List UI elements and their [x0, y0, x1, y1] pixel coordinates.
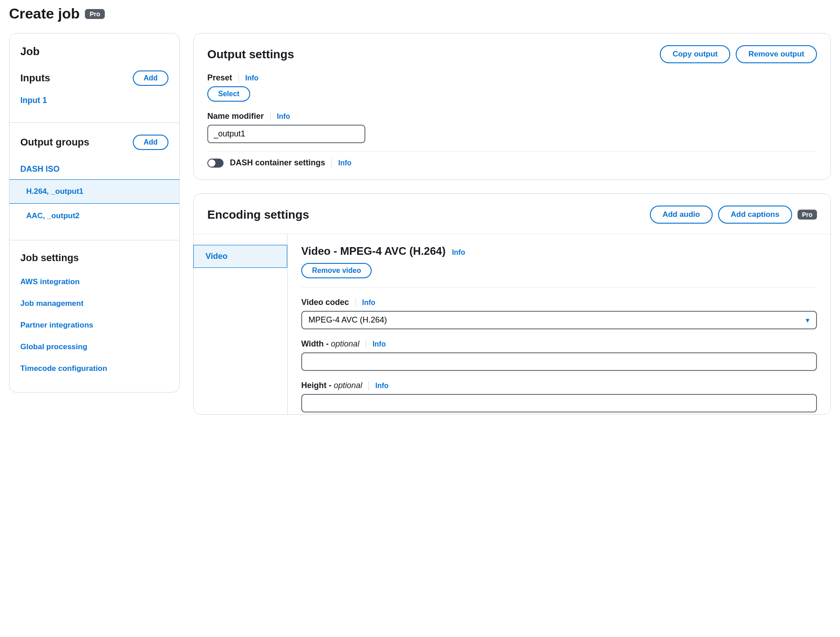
- height-label-row: Height - optional Info: [301, 381, 817, 390]
- output-settings-panel: Output settings Copy output Remove outpu…: [193, 33, 831, 180]
- add-captions-button[interactable]: Add captions: [718, 206, 792, 224]
- preset-info-link[interactable]: Info: [245, 74, 258, 82]
- preset-label: Preset: [207, 73, 232, 83]
- video-title-row: Video - MPEG-4 AVC (H.264) Info: [301, 245, 817, 258]
- width-label: Width - optional: [301, 339, 359, 349]
- name-modifier-label-row: Name modifier Info: [207, 112, 817, 121]
- sidebar-section-job: Job Inputs Add Input 1: [9, 33, 179, 123]
- output-settings-title: Output settings: [207, 47, 294, 61]
- preset-field: Preset Info Select: [207, 73, 817, 102]
- height-label-text: Height -: [301, 381, 334, 390]
- inputs-heading: Inputs: [20, 72, 50, 84]
- dash-container-label: DASH container settings: [230, 158, 325, 168]
- add-output-group-button[interactable]: Add: [133, 135, 168, 150]
- sidebar-item-global-processing[interactable]: Global processing: [20, 337, 168, 359]
- toggle-knob: [208, 159, 215, 167]
- tab-video[interactable]: Video: [193, 245, 287, 268]
- sidebar-section-job-settings: Job settings AWS integration Job managem…: [9, 240, 179, 392]
- preset-select-button[interactable]: Select: [207, 86, 250, 102]
- video-title: Video - MPEG-4 AVC (H.264): [301, 245, 446, 258]
- height-optional: optional: [334, 381, 362, 390]
- copy-output-button[interactable]: Copy output: [660, 45, 730, 63]
- encoding-settings-header: Encoding settings Add audio Add captions…: [207, 206, 817, 224]
- layout: Job Inputs Add Input 1 Output groups Add…: [9, 33, 831, 415]
- height-info-link[interactable]: Info: [375, 382, 388, 390]
- sidebar-item-job-management[interactable]: Job management: [20, 294, 168, 315]
- dash-container-toggle[interactable]: [207, 159, 224, 168]
- divider: [238, 74, 239, 83]
- encoding-tabs: Video: [194, 234, 288, 415]
- encoding-settings-panel: Encoding settings Add audio Add captions…: [193, 193, 831, 415]
- sidebar: Job Inputs Add Input 1 Output groups Add…: [9, 33, 180, 393]
- sidebar-item-timecode-configuration[interactable]: Timecode configuration: [20, 359, 168, 380]
- width-optional: optional: [331, 339, 359, 348]
- dash-container-info-link[interactable]: Info: [338, 159, 351, 167]
- width-input[interactable]: [301, 352, 817, 371]
- output-settings-header: Output settings Copy output Remove outpu…: [207, 45, 817, 63]
- video-codec-info-link[interactable]: Info: [362, 299, 375, 307]
- sidebar-item-aws-integration[interactable]: AWS integration: [20, 272, 168, 294]
- remove-output-button[interactable]: Remove output: [736, 45, 817, 63]
- name-modifier-info-link[interactable]: Info: [277, 112, 290, 121]
- name-modifier-label: Name modifier: [207, 112, 264, 121]
- encoding-settings-title: Encoding settings: [207, 208, 309, 222]
- sidebar-item-partner-integrations[interactable]: Partner integrations: [20, 315, 168, 337]
- add-audio-button[interactable]: Add audio: [650, 206, 713, 224]
- inputs-heading-row: Inputs Add: [20, 70, 168, 86]
- output-item-aac[interactable]: AAC, _output2: [9, 204, 179, 228]
- output-groups-heading-row: Output groups Add: [20, 135, 168, 150]
- video-info-link[interactable]: Info: [452, 248, 465, 257]
- divider: [369, 381, 369, 390]
- pro-badge: Pro: [85, 9, 104, 19]
- remove-video-button[interactable]: Remove video: [301, 263, 372, 278]
- video-codec-label-row: Video codec Info: [301, 298, 817, 307]
- page-header: Create job Pro: [9, 0, 831, 33]
- name-modifier-input[interactable]: [207, 125, 365, 143]
- divider: [301, 287, 817, 288]
- output-item-h264[interactable]: H.264, _output1: [9, 179, 180, 204]
- video-codec-select-wrap: MPEG-4 AVC (H.264) ▼: [301, 311, 817, 329]
- encoding-content: Video - MPEG-4 AVC (H.264) Info Remove v…: [288, 234, 831, 415]
- video-codec-label: Video codec: [301, 298, 349, 307]
- video-codec-field: Video codec Info MPEG-4 AVC (H.264) ▼: [301, 298, 817, 329]
- encoding-body: Video Video - MPEG-4 AVC (H.264) Info Re…: [194, 234, 831, 415]
- output-settings-actions: Copy output Remove output: [660, 45, 817, 63]
- height-label: Height - optional: [301, 381, 362, 390]
- video-codec-select[interactable]: MPEG-4 AVC (H.264): [301, 311, 817, 329]
- width-info-link[interactable]: Info: [373, 340, 386, 348]
- name-modifier-field: Name modifier Info: [207, 112, 817, 143]
- job-heading: Job: [20, 45, 168, 58]
- width-label-row: Width - optional Info: [301, 339, 817, 349]
- page-title: Create job: [9, 5, 79, 22]
- output-group-dash-iso[interactable]: DASH ISO: [20, 158, 168, 179]
- sidebar-input-item[interactable]: Input 1: [20, 90, 168, 111]
- height-input[interactable]: [301, 394, 817, 412]
- divider: [270, 112, 271, 121]
- job-settings-heading: Job settings: [20, 252, 168, 264]
- dash-container-toggle-row: DASH container settings Info: [207, 158, 817, 168]
- width-label-text: Width -: [301, 339, 331, 348]
- divider: [366, 340, 366, 349]
- encoding-settings-actions: Add audio Add captions Pro: [650, 206, 817, 224]
- width-field: Width - optional Info: [301, 339, 817, 371]
- preset-label-row: Preset Info: [207, 73, 817, 83]
- divider: [355, 298, 356, 307]
- height-field: Height - optional Info: [301, 381, 817, 412]
- output-groups-heading: Output groups: [20, 136, 89, 148]
- main-column: Output settings Copy output Remove outpu…: [193, 33, 831, 415]
- divider: [331, 159, 332, 168]
- encoding-pro-badge: Pro: [798, 210, 817, 220]
- add-input-button[interactable]: Add: [133, 70, 168, 86]
- sidebar-section-output-groups: Output groups Add DASH ISO H.264, _outpu…: [9, 123, 179, 240]
- divider: [207, 151, 817, 152]
